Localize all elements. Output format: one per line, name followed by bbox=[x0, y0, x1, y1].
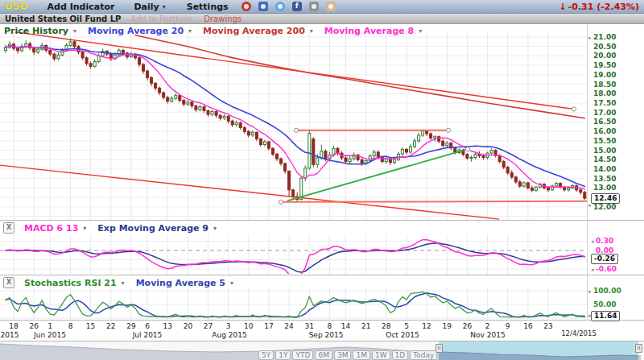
resistance-line-endpoint[interactable] bbox=[294, 128, 298, 132]
navigator-left-handle[interactable] bbox=[436, 344, 443, 353]
svg-text:◂: ◂ bbox=[588, 202, 591, 209]
svg-text:26: 26 bbox=[463, 322, 473, 330]
range-button-5y[interactable]: 5Y bbox=[258, 350, 274, 360]
svg-text:6: 6 bbox=[145, 322, 150, 330]
interval-dropdown[interactable]: Daily bbox=[134, 2, 159, 12]
svg-text:16: 16 bbox=[523, 322, 533, 330]
svg-text:18.50: 18.50 bbox=[593, 81, 616, 89]
svg-text:17.00: 17.00 bbox=[593, 109, 616, 117]
chevron-down-icon[interactable]: ▾ bbox=[83, 225, 86, 232]
svg-text:8: 8 bbox=[68, 322, 73, 330]
charting-app: { "ui": {"caret":"▾","close":"X","axis_a… bbox=[0, 0, 644, 360]
alerts-icon[interactable] bbox=[242, 2, 251, 11]
support-line-endpoint[interactable] bbox=[279, 200, 283, 204]
svg-text:Aug 2015: Aug 2015 bbox=[212, 331, 246, 339]
range-button-1d[interactable]: 1D bbox=[392, 350, 409, 360]
svg-text:18: 18 bbox=[9, 322, 19, 330]
candlesticks bbox=[5, 39, 586, 201]
range-button-1y[interactable]: 1Y bbox=[275, 350, 291, 360]
chart-canvas[interactable]: 21.0020.5020.0019.5019.0018.5018.0017.50… bbox=[0, 0, 644, 360]
svg-text:9: 9 bbox=[506, 322, 510, 330]
stoch-legend: X Stochastics RSI 21▾ Moving Average 5▾ bbox=[3, 277, 242, 288]
svg-text:10: 10 bbox=[244, 322, 254, 330]
svg-text:17: 17 bbox=[264, 322, 273, 330]
svg-text:19.00: 19.00 bbox=[593, 71, 616, 79]
facebook-icon[interactable]: f bbox=[292, 2, 302, 11]
share-icon[interactable] bbox=[326, 2, 336, 11]
add-indicator-button[interactable]: Add Indicator bbox=[47, 2, 115, 12]
main-chart-legend: Price History▾ Moving Average 20▾ Moving… bbox=[4, 26, 430, 36]
range-button-1w[interactable]: 1W bbox=[372, 350, 390, 360]
svg-text:100.00: 100.00 bbox=[593, 287, 621, 295]
chevron-down-icon[interactable]: ▾ bbox=[188, 27, 192, 35]
range-button-6m[interactable]: 6M bbox=[315, 350, 332, 360]
svg-text:◂: ◂ bbox=[591, 238, 594, 245]
macd-signal-dropdown[interactable]: Exp Moving Average 9 bbox=[97, 223, 208, 234]
svg-text:Jul 2015: Jul 2015 bbox=[132, 331, 163, 339]
add-to-portfolio-link[interactable]: Add to Portfolio bbox=[130, 14, 192, 23]
svg-text:12/4/2015: 12/4/2015 bbox=[561, 329, 597, 337]
svg-text:50.00: 50.00 bbox=[593, 300, 616, 308]
stoch-ma-dropdown[interactable]: Moving Average 5 bbox=[136, 278, 225, 288]
svg-text:29: 29 bbox=[126, 322, 136, 330]
svg-text:13.50: 13.50 bbox=[593, 175, 616, 183]
stoch-dropdown[interactable]: Stochastics RSI 21 bbox=[24, 278, 117, 288]
svg-text:24: 24 bbox=[284, 322, 294, 330]
range-button-today[interactable]: Today bbox=[410, 350, 437, 360]
svg-text:1: 1 bbox=[47, 322, 52, 330]
svg-text:0.30: 0.30 bbox=[596, 237, 613, 245]
fund-name: United States Oil Fund LP bbox=[5, 14, 121, 23]
upper-channel-trendline bbox=[0, 30, 576, 111]
svg-text:12: 12 bbox=[422, 322, 431, 330]
ma200-dropdown[interactable]: Moving Average 200 bbox=[203, 26, 305, 36]
svg-text:21: 21 bbox=[361, 322, 370, 330]
navigator-right-handle[interactable] bbox=[635, 344, 642, 353]
chevron-down-icon[interactable]: ▾ bbox=[419, 27, 422, 35]
settings-button[interactable]: Settings bbox=[187, 2, 229, 12]
svg-text:3: 3 bbox=[226, 322, 231, 330]
chevron-down-icon[interactable]: ▾ bbox=[73, 27, 76, 35]
svg-text:◂: ◂ bbox=[591, 267, 594, 273]
svg-text:2: 2 bbox=[485, 322, 490, 330]
resistance-line-endpoint[interactable] bbox=[446, 128, 450, 132]
chevron-down-icon[interactable]: ▾ bbox=[213, 225, 217, 232]
price-change: ↓ -0.31 (-2.43%) bbox=[559, 2, 639, 12]
svg-text:27: 27 bbox=[204, 322, 213, 330]
stoch-current-box: 11.64 bbox=[591, 311, 620, 321]
svg-text:-0.60: -0.60 bbox=[596, 265, 617, 273]
twitter-icon[interactable] bbox=[275, 2, 285, 11]
svg-text:19.50: 19.50 bbox=[593, 61, 616, 69]
range-button-1m[interactable]: 1M bbox=[353, 350, 370, 360]
chevron-down-icon[interactable]: ▾ bbox=[122, 279, 125, 287]
svg-text:Jun 2015: Jun 2015 bbox=[33, 331, 66, 339]
svg-text:22: 22 bbox=[106, 322, 115, 330]
symbol-bar: United States Oil Fund LP Add to Portfol… bbox=[0, 14, 644, 24]
svg-text:5: 5 bbox=[404, 322, 409, 330]
svg-text:26: 26 bbox=[29, 322, 39, 330]
svg-text:2015: 2015 bbox=[1, 331, 19, 339]
svg-text:Oct 2015: Oct 2015 bbox=[386, 331, 419, 339]
uptrend-line-endpoint[interactable] bbox=[465, 147, 469, 151]
down-arrow-icon: ↓ bbox=[559, 2, 566, 12]
ma20-dropdown[interactable]: Moving Average 20 bbox=[88, 26, 184, 36]
svg-text:20.00: 20.00 bbox=[593, 52, 616, 60]
macd-dropdown[interactable]: MACD 6 13 bbox=[24, 223, 78, 234]
chevron-down-icon[interactable]: ▾ bbox=[310, 27, 313, 35]
drawings-link[interactable]: Drawings bbox=[204, 14, 242, 23]
svg-text:20.50: 20.50 bbox=[593, 43, 616, 51]
ma8-dropdown[interactable]: Moving Average 8 bbox=[324, 26, 414, 36]
svg-text:14: 14 bbox=[341, 322, 351, 330]
chevron-down-icon[interactable]: ▾ bbox=[163, 3, 166, 10]
change-value: -0.31 (-2.43%) bbox=[568, 2, 639, 12]
close-stoch-panel-button[interactable]: X bbox=[3, 277, 14, 288]
chevron-down-icon[interactable]: ▾ bbox=[230, 279, 233, 287]
range-button-3m[interactable]: 3M bbox=[334, 350, 352, 360]
snapshot-icon[interactable] bbox=[309, 2, 319, 11]
close-macd-panel-button[interactable]: X bbox=[3, 222, 14, 234]
upper-channel-trendline-endpoint[interactable] bbox=[572, 107, 576, 111]
news-icon[interactable] bbox=[258, 2, 268, 11]
price-history-dropdown[interactable]: Price History bbox=[4, 26, 68, 36]
svg-text:21.00: 21.00 bbox=[593, 33, 616, 41]
range-button-ytd[interactable]: YTD bbox=[292, 350, 313, 360]
ticker-symbol[interactable]: USO bbox=[5, 1, 28, 12]
